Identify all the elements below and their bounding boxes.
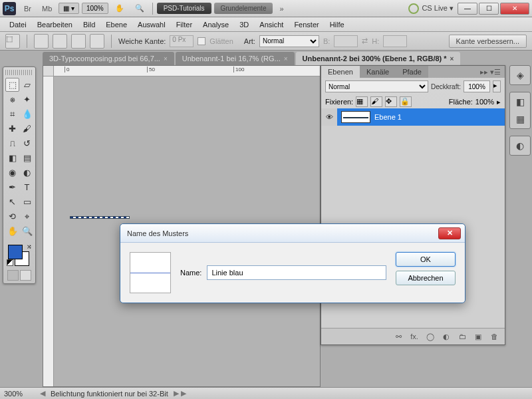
sel-add-icon[interactable]	[53, 34, 67, 49]
mask-icon[interactable]: ◯	[424, 331, 437, 342]
sel-new-icon[interactable]	[34, 34, 49, 49]
lock-trans-icon[interactable]: ▦	[356, 96, 368, 107]
link-layers-icon[interactable]: ⚯	[392, 331, 405, 342]
window-close-button[interactable]: ✕	[500, 3, 529, 15]
foreground-color[interactable]	[8, 245, 23, 259]
arrange-dropdown[interactable]: ▦ ▾	[59, 3, 79, 14]
close-icon[interactable]: ×	[450, 55, 454, 63]
crop-tool[interactable]: ⌗	[5, 107, 19, 121]
visibility-icon[interactable]: 👁	[321, 108, 337, 126]
menu-auswahl[interactable]: Auswahl	[132, 19, 171, 30]
current-tool-icon[interactable]: ⬚	[5, 34, 20, 49]
feather-field[interactable]: 0 Px	[170, 35, 194, 47]
heal-tool[interactable]: ✚	[5, 122, 19, 136]
doc-tab-3[interactable]: Unbenannt-2 bei 300% (Ebene 1, RGB/8) *×	[296, 52, 461, 65]
tab-kanale[interactable]: Kanäle	[360, 66, 396, 78]
cancel-button[interactable]: Abbrechen	[396, 271, 456, 285]
lock-pos-icon[interactable]: ✥	[385, 96, 397, 107]
menu-ebene[interactable]: Ebene	[100, 19, 132, 30]
maximize-button[interactable]: ☐	[479, 3, 499, 15]
status-prev-icon[interactable]: ◀	[40, 389, 45, 398]
pattern-name-input[interactable]	[207, 265, 386, 280]
ruler-vertical[interactable]	[43, 76, 54, 386]
lock-all-icon[interactable]: 🔒	[400, 96, 412, 107]
lock-pixels-icon[interactable]: 🖌	[370, 96, 382, 107]
minimize-button[interactable]: —	[458, 3, 477, 15]
bridge-button[interactable]: Br	[20, 3, 35, 14]
antialias-checkbox[interactable]	[198, 37, 205, 45]
workspace-pill-1[interactable]: PSD-Tutorials	[157, 3, 211, 14]
blend-mode-select[interactable]: Normal	[325, 80, 428, 92]
zoom-icon[interactable]: 🔍	[131, 3, 148, 14]
doc-tab-2[interactable]: Unbenannt-1 bei 16,7% (RG...×	[176, 52, 295, 65]
minibridge-button[interactable]: Mb	[38, 3, 56, 14]
doc-tab-1[interactable]: 3D-Typocomposing.psd bei 66,7...×	[43, 52, 174, 65]
adjustment-icon[interactable]: ◐	[440, 331, 453, 342]
panel-collapse-icon[interactable]: ▸▸ ▾☰	[476, 66, 505, 78]
hand-tool[interactable]: ✋	[5, 224, 19, 238]
blur-tool[interactable]: ◉	[5, 166, 19, 180]
sel-sub-icon[interactable]	[71, 34, 86, 49]
trash-icon[interactable]: 🗑	[487, 331, 501, 342]
3d-tool[interactable]: ⟲	[5, 209, 19, 223]
marquee-tool[interactable]: ▱	[20, 78, 34, 92]
stamp-tool[interactable]: ⎍	[5, 136, 19, 150]
tab-ebenen[interactable]: Ebenen	[321, 66, 360, 78]
quickmask-mode[interactable]	[20, 270, 31, 281]
wand-tool[interactable]: ✦	[20, 92, 34, 106]
opacity-arrow[interactable]: ▸	[493, 80, 501, 92]
lasso-tool[interactable]: ⎈	[5, 92, 19, 106]
path-tool[interactable]: ↖	[5, 195, 19, 209]
hand-icon[interactable]: ✋	[111, 3, 128, 14]
layer-thumb[interactable]	[341, 111, 370, 123]
new-layer-icon[interactable]: ▣	[471, 331, 485, 342]
dock-layers-icon[interactable]: ◈	[513, 68, 527, 82]
swap-colors-icon[interactable]: ⤭	[27, 243, 32, 250]
dialog-close-button[interactable]: ✕	[438, 227, 461, 239]
fill-field[interactable]: 100%	[475, 98, 494, 106]
dock-swatches-icon[interactable]: ◧	[513, 95, 527, 108]
workspace-pill-2[interactable]: Grundelemente	[214, 3, 273, 14]
menu-fenster[interactable]: Fenster	[289, 19, 324, 30]
dock-adjust-icon[interactable]: ◐	[513, 139, 527, 152]
standard-mode[interactable]	[7, 270, 19, 281]
dock-styles-icon[interactable]: ▦	[513, 112, 527, 126]
fill-arrow[interactable]: ▸	[497, 98, 501, 106]
default-colors-icon[interactable]	[7, 259, 13, 266]
refine-edge-button[interactable]: Kante verbessern...	[449, 35, 527, 48]
workspace-more[interactable]: »	[275, 3, 287, 14]
cslive-button[interactable]: CS Live ▾	[408, 3, 454, 14]
menu-analyse[interactable]: Analyse	[198, 19, 234, 30]
folder-icon[interactable]: 🗀	[456, 331, 469, 342]
shape-tool[interactable]: ▭	[20, 195, 34, 209]
3d-camera-tool[interactable]: ⌖	[20, 209, 34, 223]
ruler-horizontal[interactable]: 0 50 100 150	[54, 66, 320, 76]
status-next-icon[interactable]: ▶ ▶	[174, 389, 186, 398]
zoom-field[interactable]: 300%	[4, 390, 35, 398]
tab-pfade[interactable]: Pfade	[396, 66, 428, 78]
dodge-tool[interactable]: ◐	[20, 166, 34, 180]
brush-tool[interactable]: 🖌	[20, 122, 34, 136]
ok-button[interactable]: OK	[396, 252, 456, 267]
zoom-tool[interactable]: 🔍	[20, 224, 34, 238]
style-select[interactable]: Normal	[259, 35, 319, 47]
panel-handle[interactable]	[5, 70, 33, 75]
fx-icon[interactable]: fx.	[408, 331, 421, 342]
menu-datei[interactable]: Datei	[4, 19, 32, 30]
menu-bearbeiten[interactable]: Bearbeiten	[32, 19, 78, 30]
menu-bild[interactable]: Bild	[78, 19, 100, 30]
eyedropper-tool[interactable]: 💧	[20, 107, 34, 121]
menu-3d[interactable]: 3D	[234, 19, 254, 30]
close-icon[interactable]: ×	[284, 55, 288, 63]
gradient-tool[interactable]: ▤	[20, 151, 34, 165]
opacity-field[interactable]: 100%	[464, 80, 490, 92]
sel-int-icon[interactable]	[90, 34, 104, 49]
menu-hilfe[interactable]: Hilfe	[325, 19, 350, 30]
zoom-dropdown[interactable]: 100%	[82, 3, 108, 14]
eraser-tool[interactable]: ◧	[5, 151, 19, 165]
menu-filter[interactable]: Filter	[171, 19, 198, 30]
close-icon[interactable]: ×	[164, 55, 168, 63]
history-brush-tool[interactable]: ↺	[20, 136, 34, 150]
layer-row[interactable]: 👁 Ebene 1	[321, 108, 505, 126]
move-tool[interactable]: ⬚	[5, 78, 19, 92]
